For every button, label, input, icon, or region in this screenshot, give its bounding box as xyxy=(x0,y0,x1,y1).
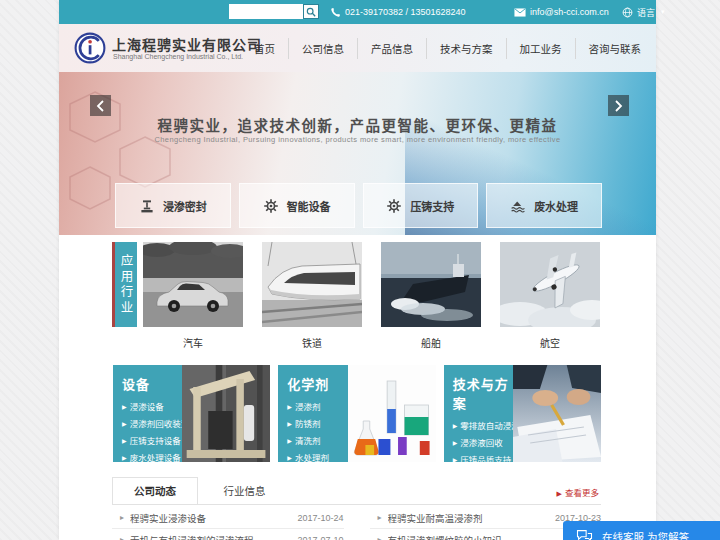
box-solutions: 技术与方案 ▶零排放自动浸渗 ▶浸渗液回收 ▶压铸品质支持 xyxy=(444,365,601,462)
search-input[interactable] xyxy=(229,4,303,19)
box-solutions-panel: 技术与方案 ▶零排放自动浸渗 ▶浸渗液回收 ▶压铸品质支持 xyxy=(444,365,513,462)
box-link[interactable]: ▶清洗剂 xyxy=(287,434,343,446)
tab-industry-info[interactable]: 行业信息 xyxy=(202,478,286,505)
feature-impregnation-sealing[interactable]: 浸渗密封 xyxy=(115,183,231,228)
chemicals-photo xyxy=(348,365,436,462)
box-title: 技术与方案 xyxy=(453,374,509,412)
wastewater-icon xyxy=(510,198,526,214)
banner-headline: 程骋实业，追求技术创新，产品更智能、更环保、更精益 xyxy=(59,114,656,135)
triangle-bullet-icon: ▶ xyxy=(287,421,292,427)
header: 上海程骋实业有限公司 Shanghai Chengcheng Industria… xyxy=(59,24,656,72)
search-button[interactable] xyxy=(303,4,319,19)
main-nav: 首页 公司信息 产品信息 技术与方案 加工业务 咨询与联系 xyxy=(241,38,654,59)
triangle-bullet-icon: ▸ xyxy=(120,535,124,540)
box-link[interactable]: ▶水处理剂 xyxy=(287,451,343,462)
box-link[interactable]: ▶废水处理设备 xyxy=(122,451,178,462)
triangle-bullet-icon: ▸ xyxy=(378,535,382,540)
email-address: info@sh-cci.com.cn xyxy=(530,7,609,17)
feature-wastewater-treatment[interactable]: 废水处理 xyxy=(486,183,602,228)
company-name: 上海程骋实业有限公司 xyxy=(112,34,262,54)
topbar-email[interactable]: info@sh-cci.com.cn xyxy=(514,0,609,24)
nav-item-products[interactable]: 产品信息 xyxy=(357,38,426,59)
nav-item-company-info[interactable]: 公司信息 xyxy=(288,38,357,59)
box-equipment: 设备 ▶浸渗设备 ▶浸渗剂回收装置 ▶压铸支持设备 ▶废水处理设备 xyxy=(113,365,270,462)
news-column-left: ▸ 程骋实业浸渗设备 2017-10-24 ▸ 无机与有机浸渗剂的浸渗流程 20… xyxy=(112,507,344,540)
box-link[interactable]: ▶浸渗剂 xyxy=(287,400,343,412)
company-logo xyxy=(74,32,106,64)
feature-label: 智能设备 xyxy=(287,198,331,214)
nav-item-home[interactable]: 首页 xyxy=(241,38,288,59)
triangle-bullet-icon: ▶ xyxy=(557,490,562,497)
box-link[interactable]: ▶压铸支持设备 xyxy=(122,434,178,446)
news-section: 公司动态 行业信息 ▶查看更多 ▸ 程骋实业浸渗设备 2017-10-24 ▸ … xyxy=(112,477,601,540)
nav-item-contact[interactable]: 咨询与联系 xyxy=(575,38,655,59)
box-title: 设备 xyxy=(122,374,178,393)
language-label: 语言 xyxy=(637,6,655,19)
triangle-bullet-icon: ▶ xyxy=(453,440,458,446)
triangle-bullet-icon: ▶ xyxy=(453,457,458,462)
box-chemicals-panel: 化学剂 ▶浸渗剂 ▶防锈剂 ▶清洗剂 ▶水处理剂 xyxy=(278,365,347,462)
industries-gallery: 汽车 铁道 xyxy=(143,242,600,350)
box-link[interactable]: ▶防锈剂 xyxy=(287,417,343,429)
triangle-bullet-icon: ▶ xyxy=(122,455,127,461)
banner-subheadline: Chengcheng Industrial, Pursuing innovati… xyxy=(59,135,656,144)
triangle-bullet-icon: ▸ xyxy=(120,513,124,522)
gear-icon xyxy=(386,198,402,214)
online-chat-widget[interactable]: 在线客服 为您解答 xyxy=(563,521,720,540)
industry-caption: 航空 xyxy=(500,335,600,350)
aircraft-photo xyxy=(500,242,600,327)
triangle-bullet-icon: ▶ xyxy=(287,404,292,410)
envelope-icon xyxy=(514,8,526,17)
industries-section: 应用行业 汽车 xyxy=(112,242,600,350)
topbar: 021-39170382 / 13501628240 info@sh-cci.c… xyxy=(59,0,656,24)
box-link[interactable]: ▶零排放自动浸渗 xyxy=(453,419,509,431)
banner-prev-button[interactable] xyxy=(90,95,111,116)
news-date: 2017-07-10 xyxy=(297,535,343,540)
nav-item-technology[interactable]: 技术与方案 xyxy=(426,38,506,59)
car-photo xyxy=(143,242,243,327)
news-item[interactable]: ▸ 无机与有机浸渗剂的浸渗流程 2017-07-10 xyxy=(112,529,344,540)
consulting-photo xyxy=(513,365,601,462)
triangle-bullet-icon: ▶ xyxy=(287,455,292,461)
banner-feature-row: 浸渗密封 智能设备 xyxy=(115,183,602,228)
news-list: ▸ 程骋实业浸渗设备 2017-10-24 ▸ 无机与有机浸渗剂的浸渗流程 20… xyxy=(112,507,601,540)
box-link[interactable]: ▶浸渗设备 xyxy=(122,400,178,412)
industry-item-aviation[interactable]: 航空 xyxy=(500,242,600,350)
feature-label: 废水处理 xyxy=(534,198,578,214)
nav-item-processing[interactable]: 加工业务 xyxy=(506,38,575,59)
feature-smart-equipment[interactable]: 智能设备 xyxy=(239,183,355,228)
globe-icon xyxy=(622,7,633,18)
industry-item-automotive[interactable]: 汽车 xyxy=(143,242,243,350)
banner-next-button[interactable] xyxy=(608,95,629,116)
search-icon xyxy=(306,7,316,17)
triangle-bullet-icon: ▸ xyxy=(378,513,382,522)
box-list: ▶零排放自动浸渗 ▶浸渗液回收 ▶压铸品质支持 xyxy=(453,419,509,462)
company-name-en: Shanghai Chengcheng Industrial Co., Ltd. xyxy=(113,53,243,60)
industries-tab: 应用行业 xyxy=(112,242,137,327)
phone-number: 021-39170382 / 13501628240 xyxy=(345,7,466,17)
chevron-left-icon xyxy=(96,100,105,112)
industry-item-railway[interactable]: 铁道 xyxy=(262,242,362,350)
box-equipment-panel: 设备 ▶浸渗设备 ▶浸渗剂回收装置 ▶压铸支持设备 ▶废水处理设备 xyxy=(113,365,182,462)
chevron-down-icon: ▾ xyxy=(661,8,665,16)
box-title: 化学剂 xyxy=(287,374,343,393)
box-link[interactable]: ▶浸渗剂回收装置 xyxy=(122,417,178,429)
tab-company-news[interactable]: 公司动态 xyxy=(112,477,198,504)
chat-bubbles-icon xyxy=(576,529,593,540)
feature-die-casting-support[interactable]: 压铸支持 xyxy=(363,183,479,228)
feature-label: 浸渗密封 xyxy=(163,198,207,214)
industry-caption: 船舶 xyxy=(381,335,481,350)
industries-tab-label: 应用行业 xyxy=(117,254,136,316)
search-bar xyxy=(229,4,319,19)
news-tabs: 公司动态 行业信息 ▶查看更多 xyxy=(112,477,601,505)
triangle-bullet-icon: ▶ xyxy=(122,438,127,444)
language-dropdown[interactable]: 语言 ▾ xyxy=(622,0,665,24)
box-link[interactable]: ▶压铸品质支持 xyxy=(453,453,509,462)
equipment-photo xyxy=(182,365,270,462)
industry-caption: 铁道 xyxy=(262,335,362,350)
triangle-bullet-icon: ▶ xyxy=(453,423,458,429)
industry-item-marine[interactable]: 船舶 xyxy=(381,242,481,350)
news-item[interactable]: ▸ 程骋实业浸渗设备 2017-10-24 xyxy=(112,507,344,529)
box-link[interactable]: ▶浸渗液回收 xyxy=(453,436,509,448)
view-more-link[interactable]: ▶查看更多 xyxy=(557,486,599,498)
